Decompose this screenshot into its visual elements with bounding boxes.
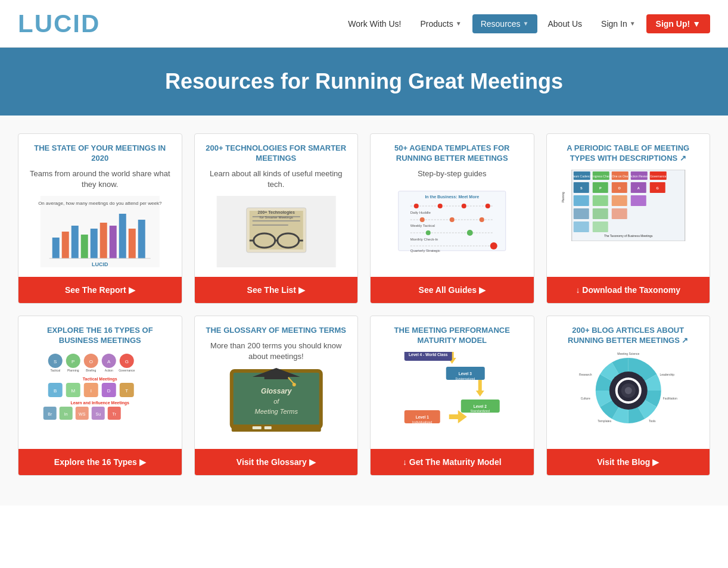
nav-item-resources[interactable]: Resources ▼	[472, 14, 537, 33]
svg-text:Governance: Governance	[650, 174, 666, 178]
svg-text:Learn and Influence Meetings: Learn and Influence Meetings	[71, 401, 130, 405]
nav-item-work-with-us[interactable]: Work With Us!	[340, 14, 409, 33]
card-title-maturity: THE MEETING PERFORMANCE MATURITY MODEL	[380, 326, 524, 346]
see-report-button[interactable]: See The Report ▶	[18, 277, 182, 303]
card-state-of-meetings: THE STATE OF YOUR MEETINGS IN 2020 Teams…	[18, 133, 182, 304]
card-title-glossary: THE GLOSSARY OF MEETING TERMS	[204, 326, 349, 336]
card-body-glossary: THE GLOSSARY OF MEETING TERMS More than …	[195, 316, 358, 449]
explore-16-types-button[interactable]: Explore the 16 Types ▶	[18, 449, 182, 475]
visit-blog-button[interactable]: Visit the Blog ▶	[547, 449, 710, 475]
svg-text:Planning: Planning	[67, 369, 79, 372]
svg-rect-7	[100, 223, 107, 258]
card-image-maturity: Level 1 Individualized Level 2 Standardi…	[380, 352, 524, 423]
svg-text:Leadership: Leadership	[659, 373, 674, 376]
svg-text:LUCID: LUCID	[92, 261, 108, 267]
card-image-tech: 200+ Technologies for Smarter Meetings	[204, 196, 349, 267]
svg-text:Meeting Terms: Meeting Terms	[254, 408, 298, 415]
get-maturity-model-button[interactable]: ↓ Get The Maturity Model	[371, 449, 534, 475]
svg-rect-76	[592, 208, 608, 219]
bar-chart-svg: On average, how many meetings do you att…	[28, 196, 172, 267]
svg-rect-78	[573, 221, 589, 232]
svg-rect-72	[592, 195, 608, 206]
svg-text:Level 4 - World Class: Level 4 - World Class	[409, 352, 448, 357]
svg-rect-71	[573, 195, 589, 206]
agenda-svg: In the Business: Meet More Daily Huddle	[380, 185, 524, 257]
card-desc-tech: Learn about all kinds of useful meeting …	[204, 168, 349, 190]
card-glossary: THE GLOSSARY OF MEETING TERMS More than …	[194, 316, 359, 476]
signup-button[interactable]: Sign Up! ▼	[646, 14, 710, 33]
svg-rect-3	[62, 232, 69, 258]
maturity-svg: Level 1 Individualized Level 2 Standardi…	[380, 352, 524, 423]
signup-arrow: ▼	[692, 19, 701, 29]
chalkboard-svg: Glossary of Meeting Terms	[204, 368, 349, 439]
nav-item-sign-in[interactable]: Sign In ▼	[593, 14, 644, 33]
svg-text:Culture: Culture	[580, 397, 590, 400]
svg-text:B: B	[54, 388, 57, 394]
logo[interactable]: LUCID	[18, 11, 100, 36]
svg-point-32	[438, 204, 443, 208]
svg-point-38	[450, 217, 455, 222]
visit-glossary-button[interactable]: Visit the Glossary ▶	[195, 449, 358, 475]
svg-text:Br: Br	[48, 412, 52, 416]
types-grid-svg: Facilitative Meetings S P O A G Tactical	[28, 352, 172, 423]
see-list-button[interactable]: See The List ▶	[195, 277, 358, 303]
svg-rect-134	[264, 426, 271, 429]
svg-text:In the Business: Meet More: In the Business: Meet More	[425, 195, 479, 199]
svg-rect-8	[110, 226, 117, 258]
svg-text:Quarterly Strategic: Quarterly Strategic	[410, 249, 440, 252]
card-title-tech: 200+ TECHNOLOGIES FOR SMARTER MEETINGS	[204, 143, 349, 164]
card-title-state: THE STATE OF YOUR MEETINGS IN 2020	[28, 143, 172, 164]
svg-text:A: A	[637, 186, 639, 190]
svg-text:Tactical: Tactical	[50, 369, 60, 372]
card-title-types: EXPLORE THE 16 TYPES OF BUSINESS MEETING…	[28, 326, 172, 346]
nav-item-about-us[interactable]: About Us	[540, 14, 591, 33]
svg-point-31	[414, 204, 419, 208]
svg-rect-73	[611, 195, 627, 206]
card-image-state: On average, how many meetings do you att…	[28, 196, 172, 267]
svg-text:P: P	[71, 359, 74, 364]
svg-rect-77	[611, 208, 627, 219]
card-16-types: EXPLORE THE 16 TYPES OF BUSINESS MEETING…	[18, 316, 182, 476]
svg-text:Facilitation: Facilitation	[662, 397, 677, 400]
svg-point-34	[486, 204, 490, 208]
svg-text:Individualized: Individualized	[412, 420, 432, 423]
svg-text:O: O	[618, 186, 621, 190]
svg-rect-2	[52, 238, 60, 258]
svg-text:Level 1: Level 1	[416, 415, 429, 419]
svg-text:One on One: One on One	[612, 174, 628, 178]
svg-text:Governance: Governance	[119, 369, 135, 372]
card-title-blog: 200+ BLOG ARTICLES ABOUT RUNNING BETTER …	[556, 326, 701, 346]
card-body-state: THE STATE OF YOUR MEETINGS IN 2020 Teams…	[18, 134, 182, 277]
resources-arrow: ▼	[523, 20, 529, 27]
svg-rect-75	[573, 208, 589, 219]
card-desc-glossary: More than 200 terms you should know abou…	[204, 341, 349, 362]
svg-text:Weekly Tactical: Weekly Tactical	[410, 224, 435, 227]
svg-text:Planning: Planning	[561, 192, 564, 202]
card-body-agenda: 50+ AGENDA TEMPLATES FOR RUNNING BETTER …	[371, 134, 534, 277]
svg-point-37	[420, 217, 425, 222]
svg-text:G: G	[125, 359, 129, 364]
products-arrow: ▼	[456, 20, 462, 27]
svg-text:Tactical Meetings: Tactical Meetings	[83, 377, 117, 382]
svg-text:Action Review: Action Review	[629, 174, 648, 178]
card-periodic-table: A PERIODIC TABLE OF MEETING TYPES WITH D…	[546, 133, 711, 304]
card-body-periodic: A PERIODIC TABLE OF MEETING TYPES WITH D…	[547, 134, 710, 277]
svg-text:O: O	[89, 359, 93, 364]
svg-text:I: I	[91, 388, 92, 394]
download-taxonomy-button[interactable]: ↓ Download the Taxonomy	[547, 277, 710, 303]
svg-text:Level 2: Level 2	[474, 404, 487, 408]
svg-rect-74	[630, 195, 646, 206]
laptop-svg: 200+ Technologies for Smarter Meetings	[204, 196, 349, 267]
cards-row-1: THE STATE OF YOUR MEETINGS IN 2020 Teams…	[18, 133, 710, 304]
nav-item-products[interactable]: Products ▼	[412, 14, 470, 33]
svg-text:of: of	[273, 398, 279, 405]
svg-text:Systematized: Systematized	[455, 377, 475, 380]
see-all-guides-button[interactable]: See All Guides ▶	[371, 277, 534, 303]
hero-banner: Resources for Running Great Meetings	[0, 48, 728, 116]
svg-point-131	[292, 383, 295, 386]
svg-rect-79	[592, 221, 608, 232]
card-maturity: THE MEETING PERFORMANCE MATURITY MODEL L…	[370, 316, 534, 476]
card-image-types: Facilitative Meetings S P O A G Tactical	[28, 352, 172, 423]
svg-text:Team Cadence: Team Cadence	[571, 174, 592, 178]
svg-text:Tr: Tr	[113, 412, 117, 416]
